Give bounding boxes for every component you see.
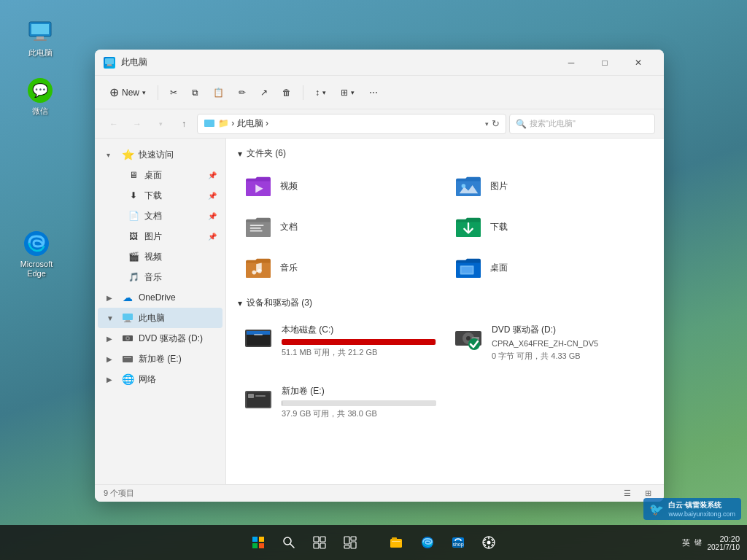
sort-button[interactable]: ↕ ▾ bbox=[309, 81, 332, 104]
sidebar-item-onedrive[interactable]: ▶ ☁ OneDrive bbox=[98, 287, 222, 308]
back-button[interactable]: ← bbox=[104, 114, 124, 134]
svg-point-16 bbox=[127, 338, 128, 339]
maximize-button[interactable]: □ bbox=[588, 51, 622, 74]
lang-indicator: 英 bbox=[682, 537, 690, 548]
svg-rect-51 bbox=[344, 537, 349, 544]
search-icon: 🔍 bbox=[516, 119, 527, 129]
edge-taskbar-button[interactable] bbox=[413, 528, 442, 557]
folder-item-desktop[interactable]: 桌面 bbox=[448, 250, 652, 285]
svg-rect-64 bbox=[488, 537, 489, 540]
svg-rect-18 bbox=[124, 357, 131, 358]
sidebar-item-quick-access[interactable]: ▾ ⭐ 快速访问 bbox=[98, 144, 222, 165]
system-tray: 英 键 bbox=[682, 537, 702, 548]
wechat-icon: 💬 bbox=[26, 76, 55, 105]
taskbar-right: 英 键 20:20 2021/7/10 bbox=[682, 534, 740, 551]
new-arrow-icon: ▾ bbox=[142, 89, 146, 96]
newvol-arrow: ▶ bbox=[107, 355, 117, 363]
svg-rect-44 bbox=[259, 543, 264, 548]
toolbar-separator-1 bbox=[158, 85, 158, 100]
music-folder-label: 音乐 bbox=[280, 262, 298, 274]
view-button[interactable]: ⊞ ▾ bbox=[335, 81, 360, 104]
share-icon: ↗ bbox=[260, 88, 268, 98]
clock-time: 20:20 bbox=[708, 534, 740, 543]
sidebar-item-pictures[interactable]: 🖼 图片 📌 bbox=[98, 226, 222, 246]
desktop-icon-wechat[interactable]: 💬 微信 bbox=[15, 73, 66, 119]
documents-nav-icon: 📄 bbox=[127, 209, 140, 222]
ime-icon: 键 bbox=[694, 537, 702, 548]
pin-icon: 📌 bbox=[208, 171, 217, 179]
sidebar-item-music[interactable]: 🎵 音乐 bbox=[98, 267, 222, 287]
sidebar-item-newvol[interactable]: ▶ 新加卷 (E:) bbox=[98, 349, 222, 369]
cut-button[interactable]: ✂ bbox=[164, 81, 183, 104]
pictures-nav-icon: 🖼 bbox=[127, 230, 140, 243]
close-button[interactable]: ✕ bbox=[622, 51, 655, 74]
videos-folder-icon bbox=[244, 173, 273, 199]
drive-item-e[interactable]: 新加卷 (E:) 37.9 GB 可用，共 38.0 GB bbox=[238, 379, 442, 425]
search-taskbar-button[interactable] bbox=[274, 528, 303, 557]
svg-rect-54 bbox=[344, 545, 349, 548]
svg-rect-41 bbox=[252, 537, 258, 542]
settings-taskbar-button[interactable] bbox=[474, 528, 503, 557]
sidebar-item-network[interactable]: ▶ 🌐 网络 bbox=[98, 369, 222, 389]
folder-item-videos[interactable]: 视频 bbox=[238, 168, 442, 203]
folders-arrow-icon: ▾ bbox=[238, 149, 242, 159]
new-label: New bbox=[122, 88, 139, 98]
c-drive-icon bbox=[244, 324, 273, 353]
rename-icon: ✏ bbox=[239, 88, 246, 98]
start-button[interactable] bbox=[244, 528, 273, 557]
search-box[interactable]: 🔍 搜索"此电脑" bbox=[509, 114, 655, 134]
up-button[interactable]: ↑ bbox=[174, 114, 194, 134]
folder-item-documents[interactable]: 文档 bbox=[238, 209, 442, 244]
desktop-icon-thispc[interactable]: 此电脑 bbox=[15, 15, 66, 61]
videos-nav-icon: 🎬 bbox=[127, 250, 140, 263]
share-button[interactable]: ↗ bbox=[255, 81, 274, 104]
clock[interactable]: 20:20 2021/7/10 bbox=[708, 534, 740, 551]
search-placeholder: 搜索"此电脑" bbox=[530, 118, 576, 129]
watermark-line1: 白云·镇雷装系统 bbox=[668, 500, 735, 510]
address-dropdown-icon[interactable]: ▾ bbox=[485, 120, 489, 128]
forward-button[interactable]: → bbox=[127, 114, 147, 134]
paste-button[interactable]: 📋 bbox=[207, 81, 230, 104]
more-button[interactable]: ⋯ bbox=[363, 81, 384, 104]
minimize-button[interactable]: ─ bbox=[554, 51, 588, 74]
rename-button[interactable]: ✏ bbox=[233, 81, 252, 104]
drives-section-header[interactable]: ▾ 设备和驱动器 (3) bbox=[238, 297, 652, 309]
delete-button[interactable]: 🗑 bbox=[276, 81, 297, 104]
sidebar-item-dvd[interactable]: ▶ DVD 驱动器 (D:) bbox=[98, 328, 222, 349]
svg-rect-13 bbox=[124, 322, 131, 322]
quick-access-arrow: ▾ bbox=[107, 151, 117, 159]
widgets-button[interactable] bbox=[336, 528, 365, 557]
sidebar-item-desktop[interactable]: 🖥 桌面 📌 bbox=[98, 165, 222, 185]
refresh-button[interactable]: ↻ bbox=[492, 118, 500, 129]
desktop-folder-icon bbox=[454, 254, 483, 281]
folders-section-header[interactable]: ▾ 文件夹 (6) bbox=[238, 147, 652, 160]
documents-folder-label: 文档 bbox=[280, 221, 298, 233]
taskview-button[interactable] bbox=[305, 528, 334, 557]
svg-rect-8 bbox=[107, 64, 112, 66]
e-drive-icon bbox=[244, 385, 273, 414]
drive-item-dvd[interactable]: DVD 驱动器 (D:) CPRA_X64FRE_ZH-CN_DV5 0 字节 … bbox=[448, 318, 652, 368]
new-button[interactable]: ⊕ New ▾ bbox=[104, 81, 152, 104]
svg-rect-12 bbox=[125, 320, 130, 322]
history-button[interactable]: ▾ bbox=[150, 114, 171, 134]
folder-item-pictures[interactable]: 图片 bbox=[448, 168, 652, 203]
sidebar-item-videos[interactable]: 🎬 视频 bbox=[98, 246, 222, 267]
onedrive-icon: ☁ bbox=[121, 291, 134, 304]
store-taskbar-button[interactable]: shop bbox=[444, 528, 473, 557]
content-area: ▾ ⭐ 快速访问 🖥 桌面 📌 ⬇ 下载 📌 bbox=[95, 139, 664, 484]
drive-item-c[interactable]: 本地磁盘 (C:) 51.1 MB 可用，共 21.2 GB bbox=[238, 318, 442, 368]
folder-item-downloads[interactable]: 下载 bbox=[448, 209, 652, 244]
address-text: 📁 › 此电脑 › bbox=[218, 117, 268, 130]
edge-label: Microsoft Edge bbox=[14, 260, 59, 279]
address-path[interactable]: 📁 › 此电脑 › ▾ ↻ bbox=[197, 114, 506, 134]
desktop-icon-edge[interactable]: Microsoft Edge bbox=[11, 226, 62, 281]
sidebar-item-downloads[interactable]: ⬇ 下载 📌 bbox=[98, 185, 222, 206]
explorer-taskbar-button[interactable] bbox=[382, 528, 411, 557]
list-view-button[interactable]: ☰ bbox=[620, 486, 635, 501]
svg-rect-2 bbox=[36, 36, 44, 39]
sidebar-item-thispc[interactable]: ▼ 此电脑 bbox=[98, 308, 222, 328]
network-arrow: ▶ bbox=[107, 376, 117, 384]
copy-button[interactable]: ⧉ bbox=[186, 81, 204, 104]
folder-item-music[interactable]: 音乐 bbox=[238, 250, 442, 285]
sidebar-item-documents[interactable]: 📄 文档 📌 bbox=[98, 206, 222, 226]
